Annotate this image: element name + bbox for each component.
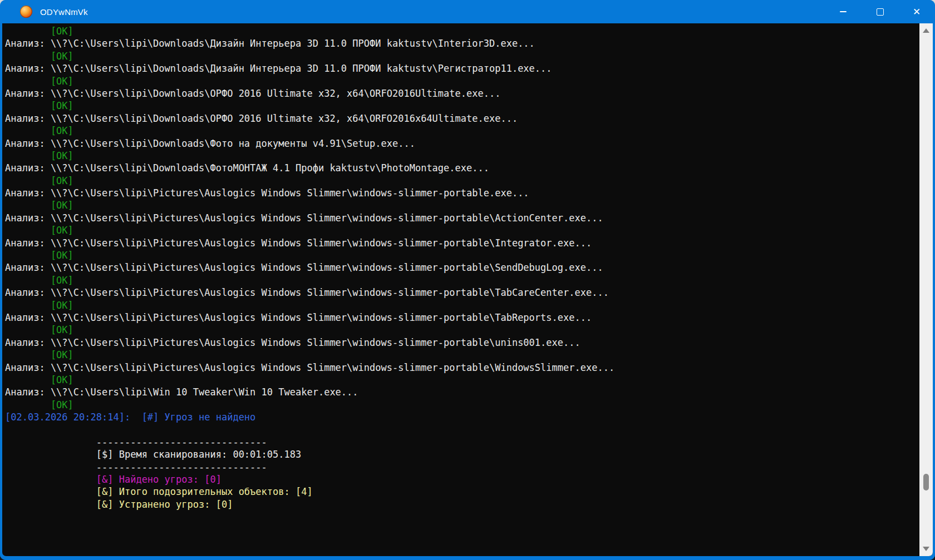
console-line: [OK] <box>5 399 917 411</box>
console-line: [OK] <box>5 175 917 187</box>
console-line: Анализ: \\?\C:\Users\lipi\Downloads\Диза… <box>5 37 917 49</box>
console-line: [&] Устранено угроз: [0] <box>5 498 917 511</box>
console-line: Анализ: \\?\C:\Users\lipi\Downloads\Диза… <box>5 62 917 75</box>
console-line: Анализ: \\?\C:\Users\lipi\Downloads\ОРФО… <box>5 112 917 125</box>
console-line <box>5 424 917 436</box>
scroll-up-button[interactable] <box>919 23 933 38</box>
scroll-down-button[interactable] <box>919 542 933 556</box>
console-line: [OK] <box>5 374 917 386</box>
triangle-down-icon <box>923 547 929 551</box>
console-line: Анализ: \\?\C:\Users\lipi\Win 10 Tweaker… <box>5 386 917 398</box>
console-line: [OK] <box>5 299 917 311</box>
minimize-icon <box>840 11 847 12</box>
console-line: [OK] <box>5 150 917 162</box>
console-line: [OK] <box>5 125 917 137</box>
scrollbar-track[interactable] <box>919 38 933 542</box>
window-body: [OK]Анализ: \\?\C:\Users\lipi\Downloads\… <box>0 23 935 560</box>
app-icon <box>20 6 32 18</box>
triangle-up-icon <box>923 28 929 33</box>
console-line: Анализ: \\?\C:\Users\lipi\Pictures\Auslo… <box>5 237 917 249</box>
console-line: [OK] <box>5 324 917 336</box>
console-line: Анализ: \\?\C:\Users\lipi\Downloads\Фото… <box>5 162 917 174</box>
console-area: [OK]Анализ: \\?\C:\Users\lipi\Downloads\… <box>2 23 933 556</box>
console-line: Анализ: \\?\C:\Users\lipi\Pictures\Auslo… <box>5 212 917 224</box>
console-line: [OK] <box>5 349 917 361</box>
console-line: [&] Найдено угроз: [0] <box>5 473 917 485</box>
window-title: ODYwNmVk <box>40 7 88 17</box>
titlebar[interactable]: ODYwNmVk ✕ <box>0 0 935 23</box>
console-output: [OK]Анализ: \\?\C:\Users\lipi\Downloads\… <box>5 25 917 556</box>
console-line: Анализ: \\?\C:\Users\lipi\Pictures\Auslo… <box>5 311 917 324</box>
console-line: [&] Итого подозрительных объектов: [4] <box>5 485 917 498</box>
vertical-scrollbar[interactable] <box>919 23 933 556</box>
window-controls: ✕ <box>825 0 935 23</box>
console-window: ODYwNmVk ✕ [OK]Анализ: \\?\C:\Users\lipi… <box>0 0 935 560</box>
console-line: Анализ: \\?\C:\Users\lipi\Pictures\Auslo… <box>5 286 917 299</box>
console-line: Анализ: \\?\C:\Users\lipi\Downloads\Фото… <box>5 137 917 150</box>
scrollbar-thumb[interactable] <box>923 474 929 490</box>
console-line: [OK] <box>5 199 917 211</box>
minimize-button[interactable] <box>825 0 862 23</box>
console-line: [OK] <box>5 224 917 236</box>
maximize-icon <box>877 8 884 16</box>
console-line: ------------------------------ <box>5 436 917 448</box>
console-line: [OK] <box>5 249 917 261</box>
maximize-button[interactable] <box>862 0 898 23</box>
console-line: Анализ: \\?\C:\Users\lipi\Pictures\Auslo… <box>5 261 917 274</box>
console-line: [OK] <box>5 100 917 112</box>
console-line: Анализ: \\?\C:\Users\lipi\Pictures\Auslo… <box>5 187 917 199</box>
console-line: [OK] <box>5 25 917 37</box>
console-line: Анализ: \\?\C:\Users\lipi\Pictures\Auslo… <box>5 361 917 374</box>
console-line: [02.03.2026 20:28:14]: [#] Угроз не найд… <box>5 411 917 423</box>
console-line: Анализ: \\?\C:\Users\lipi\Pictures\Auslo… <box>5 336 917 349</box>
console-line: [OK] <box>5 75 917 87</box>
close-icon: ✕ <box>913 7 921 17</box>
console-line: ------------------------------ <box>5 461 917 473</box>
close-button[interactable]: ✕ <box>898 0 935 23</box>
console-line: [$] Время сканирования: 00:01:05.183 <box>5 448 917 460</box>
console-line: Анализ: \\?\C:\Users\lipi\Downloads\ОРФО… <box>5 87 917 100</box>
console-line: [OK] <box>5 50 917 62</box>
console-line: [OK] <box>5 274 917 286</box>
